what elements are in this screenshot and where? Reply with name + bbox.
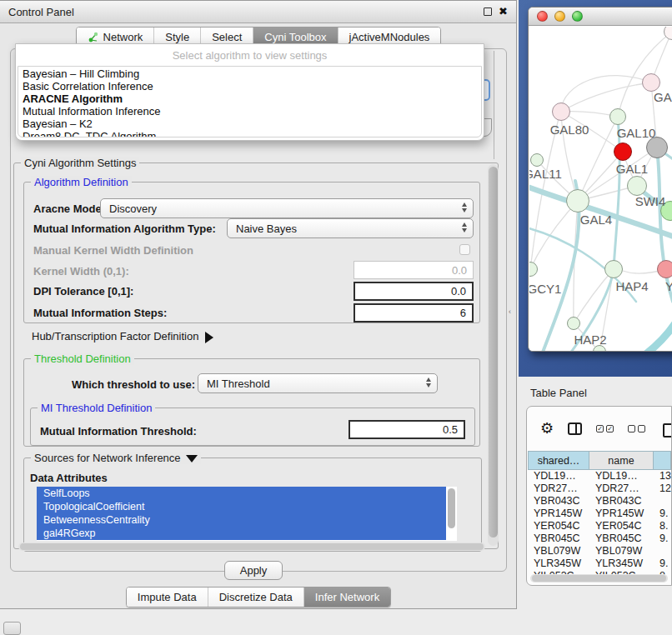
network-node[interactable] xyxy=(604,260,623,278)
network-node[interactable] xyxy=(567,317,580,330)
network-node[interactable] xyxy=(566,189,589,212)
split-columns-icon[interactable] xyxy=(568,422,582,435)
network-node[interactable] xyxy=(646,137,668,158)
table-cell: YPR145W xyxy=(528,508,589,520)
table-cell: 8. xyxy=(654,520,671,532)
table-cell: YBR045C xyxy=(528,532,589,545)
select-all-icon[interactable]: ✓✓ xyxy=(596,425,614,432)
table-cell: YER054C xyxy=(589,520,654,532)
attributes-scrollbar-thumb[interactable] xyxy=(448,488,455,528)
algorithm-placeholder: Select algorithm to view settings xyxy=(16,49,484,62)
new-table-icon[interactable] xyxy=(663,423,672,438)
mi-threshold-field[interactable]: 0.5 xyxy=(349,420,465,439)
attribute-item[interactable]: BetweennessCentrality xyxy=(37,513,446,527)
tab-impute-data[interactable]: Impute Data xyxy=(127,588,208,607)
apply-button[interactable]: Apply xyxy=(224,561,283,580)
attribute-item[interactable]: TopologicalCoefficient xyxy=(37,500,446,513)
mi-type-combo[interactable]: Naive Bayes xyxy=(227,218,474,238)
mi-type-value: Naive Bayes xyxy=(236,222,297,235)
settings-scrollbar[interactable] xyxy=(488,164,499,546)
bottom-left-mini-button[interactable] xyxy=(3,622,21,635)
data-attributes-list[interactable]: SelfLoopsTopologicalCoefficientBetweenne… xyxy=(37,487,457,541)
algorithm-option[interactable]: Basic Correlation Inference xyxy=(18,80,481,92)
network-node[interactable] xyxy=(657,260,672,278)
network-node[interactable] xyxy=(530,153,544,167)
manual-kernel-label: Manual Kernel Width Definition xyxy=(33,244,193,257)
threshold-definition-title: Threshold Definition xyxy=(31,352,134,365)
table-horizontal-scrollbar[interactable] xyxy=(530,574,668,582)
column-header-shared[interactable]: shared… xyxy=(528,451,589,470)
table-cell: YLR345W xyxy=(528,558,589,570)
algorithm-definition-title: Algorithm Definition xyxy=(31,176,132,188)
close-panel-icon[interactable]: ✖ xyxy=(499,8,508,16)
mi-steps-field[interactable]: 6 xyxy=(354,303,474,322)
network-node-label: HAP4 xyxy=(615,279,648,293)
network-node[interactable] xyxy=(627,176,647,196)
gear-icon[interactable]: ⚙ xyxy=(540,421,554,436)
table-header-row: shared… name xyxy=(528,451,671,470)
network-node-label: GAL80 xyxy=(550,122,589,137)
dpi-tolerance-label: DPI Tolerance [0,1]: xyxy=(33,285,133,298)
table-toolbar: ⚙ ✓✓ xyxy=(527,413,671,443)
kernel-width-field[interactable]: 0.0 xyxy=(354,261,474,279)
network-node[interactable] xyxy=(609,108,626,125)
column-header-name[interactable]: name xyxy=(589,451,654,470)
float-panel-icon[interactable] xyxy=(484,8,492,16)
table-body: YDL19…YDL19…13YDR27…YDR27…12YBR043CYBR04… xyxy=(528,470,671,575)
dpi-tolerance-field[interactable]: 0.0 xyxy=(354,282,474,301)
tab-infer-network[interactable]: Infer Network xyxy=(303,588,390,607)
attribute-item[interactable]: gal4RGexp xyxy=(37,527,446,540)
attribute-item[interactable]: SelfLoops xyxy=(37,487,446,500)
algorithm-option[interactable]: Bayesian – K2 xyxy=(18,118,481,130)
column-header-partial[interactable] xyxy=(654,451,671,470)
hub-definition-toggle[interactable]: Hub/Transcription Factor Definition xyxy=(32,330,213,343)
table-row[interactable]: YPR145WYPR145W9. xyxy=(528,508,671,520)
algorithm-dropdown-popup: Select algorithm to view settings Bayesi… xyxy=(15,43,484,141)
table-cell: 9. xyxy=(654,558,671,570)
table-row[interactable]: YER054CYER054C8. xyxy=(528,520,671,532)
table-row[interactable]: YDL19…YDL19…13 xyxy=(528,470,671,482)
which-threshold-combo[interactable]: MI Threshold xyxy=(198,373,438,393)
table-cell: YLR345W xyxy=(589,558,654,570)
network-node-label: SWI4 xyxy=(635,194,666,208)
settings-horizontal-scrollbar[interactable] xyxy=(18,542,485,551)
algorithm-option[interactable]: Mutual Information Inference xyxy=(18,105,481,118)
sources-group-title[interactable]: Sources for Network Inference xyxy=(31,452,201,464)
network-node-label: GAL11 xyxy=(529,167,562,181)
network-node[interactable] xyxy=(614,142,632,161)
table-row[interactable]: YBL079WYBL079W xyxy=(528,545,671,558)
deselect-all-icon[interactable] xyxy=(628,425,645,432)
panel-splitter-handle[interactable]: ‹ xyxy=(509,309,513,315)
network-node-label: GAL1 xyxy=(616,162,648,176)
cyni-settings-group-title: Cyni Algorithm Settings xyxy=(21,157,139,169)
network-window[interactable]: GALGAL80GAL10GAL11GAL1SWI4GAL4GCY1HAP4YH… xyxy=(528,7,672,352)
tab-network-label: Network xyxy=(103,31,143,43)
table-row[interactable]: YBR043CYBR043C xyxy=(528,495,671,508)
table-cell xyxy=(654,495,671,508)
algorithm-option[interactable]: ARACNE Algorithm xyxy=(18,92,481,105)
network-node[interactable] xyxy=(552,102,570,121)
close-window-icon[interactable] xyxy=(537,11,548,22)
algorithm-option[interactable]: Dream8 DC_TDC Algorithm xyxy=(18,130,481,138)
table-cell: 9. xyxy=(654,532,671,545)
table-panel-title: Table Panel xyxy=(530,387,587,399)
table-row[interactable]: YDR27…YDR27…12 xyxy=(528,482,671,495)
table-row[interactable]: YBR045CYBR045C9. xyxy=(528,532,671,545)
aracne-mode-value: Discovery xyxy=(109,202,157,215)
tab-discretize-data[interactable]: Discretize Data xyxy=(208,588,303,607)
zoom-window-icon[interactable] xyxy=(572,11,583,22)
combo-arrows-icon xyxy=(426,378,431,388)
minimize-window-icon[interactable] xyxy=(554,11,565,22)
table-cell: YPR145W xyxy=(589,508,654,520)
aracne-mode-combo[interactable]: Discovery xyxy=(100,198,474,218)
data-attributes-label: Data Attributes xyxy=(30,472,108,484)
manual-kernel-checkbox[interactable] xyxy=(459,244,470,255)
algorithm-option[interactable]: Bayesian – Hill Climbing xyxy=(18,68,481,80)
settings-scrollbar-thumb[interactable] xyxy=(489,167,498,538)
table-cell: YBL079W xyxy=(589,545,654,558)
algorithm-popup-list[interactable]: Bayesian – Hill ClimbingBasic Correlatio… xyxy=(18,66,482,138)
combo-arrows-icon xyxy=(462,202,467,212)
table-row[interactable]: YLR345WYLR345W9. xyxy=(528,558,671,570)
network-canvas[interactable]: GALGAL80GAL10GAL11GAL1SWI4GAL4GCY1HAP4YH… xyxy=(529,27,672,352)
hub-definition-label: Hub/Transcription Factor Definition xyxy=(32,330,198,342)
